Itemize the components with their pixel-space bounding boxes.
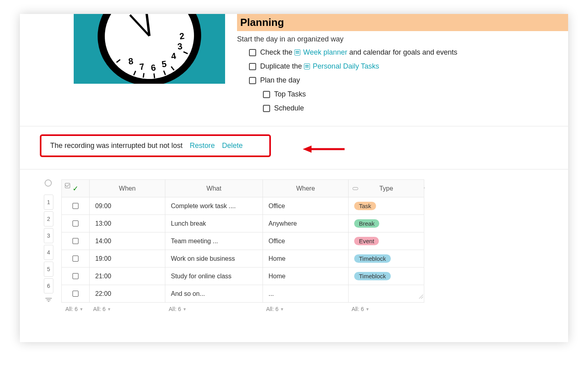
svg-line-24 bbox=[421, 297, 423, 299]
planning-heading: Planning bbox=[237, 14, 568, 31]
row-number[interactable]: 1 bbox=[44, 195, 53, 210]
week-planner-link[interactable]: Week planner bbox=[294, 48, 347, 56]
page-icon bbox=[294, 49, 300, 55]
cell-where[interactable]: Home bbox=[263, 268, 349, 285]
checkbox-icon[interactable] bbox=[263, 91, 270, 98]
planning-subtitle: Start the day in an organized way bbox=[237, 35, 568, 43]
pill-icon bbox=[353, 187, 358, 190]
cell-where[interactable]: Anywhere bbox=[263, 215, 349, 232]
type-tag: Timeblock bbox=[354, 272, 391, 280]
planning-item: Check the Week planner and calendar for … bbox=[249, 48, 568, 57]
row-checkbox[interactable] bbox=[73, 273, 78, 279]
cell-what[interactable]: Lunch break bbox=[165, 215, 263, 232]
cell-what[interactable]: Complete work task .... bbox=[165, 197, 263, 215]
row-menu-icon[interactable] bbox=[44, 296, 53, 304]
planning-item: Schedule bbox=[263, 104, 568, 112]
row-checkbox[interactable] bbox=[73, 238, 78, 244]
recording-notice: The recording was interrupted but not lo… bbox=[40, 134, 271, 157]
cell-type[interactable]: Timeblock bbox=[349, 250, 424, 268]
row-checkbox[interactable] bbox=[73, 220, 78, 226]
cell-when[interactable]: 09:00 bbox=[90, 197, 165, 215]
type-tag: Event bbox=[354, 237, 379, 245]
annotation-arrow-icon bbox=[303, 143, 347, 155]
type-tag: Timeblock bbox=[354, 254, 391, 263]
planning-item: Top Tasks bbox=[263, 90, 568, 98]
footer-count[interactable]: All: 6▼ bbox=[347, 306, 423, 312]
cell-type[interactable]: Event bbox=[349, 232, 424, 250]
cell-where[interactable]: ... bbox=[263, 285, 349, 303]
checkbox-icon[interactable] bbox=[263, 105, 270, 112]
cell-where[interactable]: Office bbox=[263, 232, 349, 250]
row-number[interactable]: 5 bbox=[44, 262, 53, 277]
row-checkbox[interactable] bbox=[73, 291, 78, 297]
svg-line-23 bbox=[419, 295, 423, 299]
select-all-checkbox-icon[interactable] bbox=[65, 183, 70, 188]
checkbox-icon[interactable] bbox=[249, 77, 256, 84]
planning-checklist: Check the Week planner and calendar for … bbox=[249, 48, 568, 85]
checkmark-icon: ✓ bbox=[73, 184, 78, 193]
table-row[interactable]: 21:00Study for online classHomeTimeblock bbox=[62, 268, 424, 285]
row-number[interactable]: 4 bbox=[44, 245, 53, 260]
clock-image: 4 5 6 7 8 3 2 bbox=[74, 14, 225, 84]
checkbox-icon[interactable] bbox=[249, 63, 256, 70]
restore-link[interactable]: Restore bbox=[190, 142, 215, 150]
footer-count[interactable]: All: 6▼ bbox=[61, 306, 89, 312]
footer-count[interactable]: All: 6▼ bbox=[262, 306, 348, 312]
svg-line-11 bbox=[154, 73, 155, 78]
cell-when[interactable]: 19:00 bbox=[90, 250, 165, 268]
cell-what[interactable]: Study for online class bbox=[165, 268, 263, 285]
planning-sublist: Top Tasks Schedule bbox=[263, 90, 568, 112]
cell-what[interactable]: Team meeting ... bbox=[165, 232, 263, 250]
svg-marker-19 bbox=[303, 146, 312, 153]
column-header-what[interactable]: What bbox=[165, 180, 263, 197]
personal-daily-tasks-link[interactable]: Personal Daily Tasks bbox=[304, 62, 379, 70]
cell-where[interactable]: Home bbox=[263, 250, 349, 268]
column-header-type[interactable]: Type bbox=[349, 180, 424, 197]
row-checkbox[interactable] bbox=[73, 256, 78, 262]
table-row[interactable]: 09:00Complete work task ....OfficeTask bbox=[62, 197, 424, 215]
checkbox-icon[interactable] bbox=[249, 49, 256, 56]
page-icon bbox=[304, 63, 310, 69]
cell-when[interactable]: 22:00 bbox=[90, 285, 165, 303]
delete-link[interactable]: Delete bbox=[222, 142, 243, 150]
cell-type[interactable]: Timeblock bbox=[349, 268, 424, 285]
cell-where[interactable]: Office bbox=[263, 197, 349, 215]
type-tag: Break bbox=[354, 219, 379, 228]
divider bbox=[20, 126, 568, 126]
tasks-table: ✓ When What Where Type 09:00Complete wor… bbox=[61, 179, 424, 303]
footer-count[interactable]: All: 6▼ bbox=[89, 306, 165, 312]
table-row[interactable]: 19:00Work on side businessHomeTimeblock bbox=[62, 250, 424, 268]
column-header-done[interactable]: ✓ bbox=[62, 180, 90, 197]
cell-when[interactable]: 14:00 bbox=[90, 232, 165, 250]
cell-what[interactable]: And so on... bbox=[165, 285, 263, 303]
table-row[interactable]: 14:00Team meeting ...OfficeEvent bbox=[62, 232, 424, 250]
column-header-where[interactable]: Where bbox=[263, 180, 349, 197]
row-number[interactable]: 2 bbox=[44, 211, 53, 226]
row-number[interactable]: 3 bbox=[44, 228, 53, 243]
cell-type[interactable]: Task bbox=[349, 197, 424, 215]
notice-message: The recording was interrupted but not lo… bbox=[50, 142, 182, 150]
table-row[interactable]: 22:00And so on...... bbox=[62, 285, 424, 303]
planning-item: Plan the day bbox=[249, 76, 568, 85]
footer-count[interactable]: All: 6▼ bbox=[165, 306, 262, 312]
cell-type[interactable] bbox=[349, 285, 424, 303]
planning-item: Duplicate the Personal Daily Tasks bbox=[249, 62, 568, 71]
row-selector-toggle[interactable] bbox=[45, 179, 52, 187]
column-header-when[interactable]: When bbox=[90, 180, 165, 197]
cell-when[interactable]: 13:00 bbox=[90, 215, 165, 232]
type-tag: Task bbox=[354, 202, 376, 210]
svg-point-1 bbox=[100, 14, 199, 84]
cell-type[interactable]: Break bbox=[349, 215, 424, 232]
table-row[interactable]: 13:00Lunch breakAnywhereBreak bbox=[62, 215, 424, 232]
resize-handle-icon[interactable] bbox=[418, 294, 424, 299]
row-number[interactable]: 6 bbox=[44, 278, 53, 293]
cell-when[interactable]: 21:00 bbox=[90, 268, 165, 285]
table-footer: All: 6▼ All: 6▼ All: 6▼ All: 6▼ All: 6▼ bbox=[61, 306, 423, 312]
cell-what[interactable]: Work on side business bbox=[165, 250, 263, 268]
row-checkbox[interactable] bbox=[73, 203, 78, 209]
